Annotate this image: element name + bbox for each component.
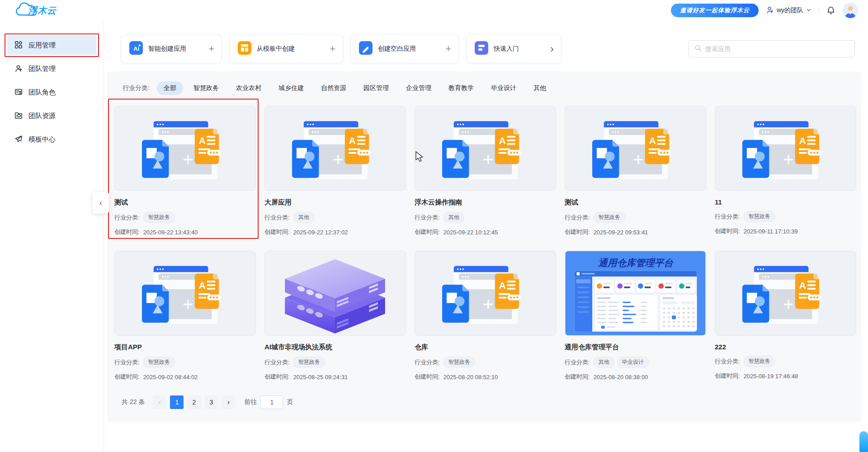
page-button-1[interactable]: 1 (170, 395, 184, 409)
sidebar-item-label: 模板中心 (28, 135, 56, 144)
svg-text:A: A (349, 135, 356, 146)
action-create-from-template[interactable]: 从模板中创建 + (229, 34, 343, 63)
created-label: 创建时间: (565, 373, 590, 381)
filter-option[interactable]: 全部 (157, 81, 183, 95)
filter-option[interactable]: 毕业设计 (484, 81, 523, 95)
sidebar-item-team-management[interactable]: 团队管理 (7, 59, 96, 78)
app-card-category-row: 行业分类: 智慧政务 (565, 212, 706, 223)
invite-friends-button[interactable]: 邀请好友一起体验浮木云 (671, 4, 759, 17)
category-tags: 智慧政务 (744, 356, 775, 367)
created-value: 2025-09-22 10:12:45 (443, 229, 498, 236)
sidebar-item-label: 团队资源 (28, 112, 56, 120)
category-label: 行业分类: (415, 358, 440, 366)
category-label: 行业分类: (415, 214, 440, 222)
app-thumbnail: A (264, 106, 406, 191)
filter-option[interactable]: 智慧政务 (187, 81, 226, 95)
ai-icon: Ai (129, 41, 143, 57)
action-label: 从模板中创建 (257, 45, 295, 53)
app-card[interactable]: A 测试 行业分类: 智慧政务 创建时间: 2025-09-22 09:53:4… (565, 106, 706, 236)
action-row: Ai 智能创建应用 + 从模板中创建 (121, 34, 855, 63)
doc-icon (475, 41, 488, 57)
sidebar-item-team-roles[interactable]: 团队角色 (7, 83, 96, 102)
svg-text:通用仓库管理平台: 通用仓库管理平台 (598, 257, 674, 268)
sidebar-item-app-management[interactable]: 应用管理 (7, 36, 96, 55)
logo[interactable]: 浮木云 (14, 0, 57, 20)
app-card-category-row: 行业分类: 智慧政务 (264, 357, 406, 368)
app-card-created-row: 创建时间: 2025-09-11 17:10:39 (715, 227, 856, 235)
app-thumbnail: A (415, 251, 556, 336)
app-card-created-row: 创建时间: 2025-09-22 12:37:02 (264, 228, 406, 236)
warehouse-dashboard-thumbnail: 通用仓库管理平台 (565, 251, 706, 335)
sidebar-collapse-handle[interactable]: ‹ (93, 192, 109, 214)
app-card[interactable]: A 222 行业分类: 智慧政务 创建时间: 2025-08-19 17:46:… (715, 251, 856, 381)
created-value: 2025-08-20 08:38:00 (594, 374, 648, 381)
app-card-category-row: 行业分类: 其他 (415, 212, 556, 223)
action-create-blank-app[interactable]: 创建空白应用 + (350, 34, 459, 63)
page-button-2[interactable]: 2 (187, 395, 201, 409)
team-person-icon (14, 64, 23, 74)
sidebar-item-team-resources[interactable]: 团队资源 (7, 106, 96, 125)
action-ai-create-app[interactable]: Ai 智能创建应用 + (121, 34, 222, 63)
goto-page-input[interactable] (260, 395, 283, 409)
app-card[interactable]: A 11 行业分类: 智慧政务 创建时间: 2025-09-11 17:10:3… (715, 106, 856, 236)
filter-label: 行业分类: (123, 84, 150, 92)
category-tags: 其他 (293, 212, 314, 223)
top-bar: 浮木云 邀请好友一起体验浮木云 wy的团队 (0, 0, 868, 21)
created-value: 2025-09-11 17:10:39 (744, 228, 798, 235)
app-card-category-row: 行业分类: 智慧政务 (415, 357, 556, 368)
app-card[interactable]: A 项目APP 行业分类: 智慧政务 创建时间: 2025-09-02 08:4… (114, 251, 256, 381)
page-number-list: 123 (170, 395, 218, 409)
category-tags: 智慧政务 (744, 211, 775, 222)
app-thumbnail: A (715, 251, 856, 336)
team-switcher[interactable]: wy的团队 (766, 6, 811, 15)
created-label: 创建时间: (264, 228, 290, 236)
app-thumbnail: A (715, 106, 856, 191)
divider (819, 7, 819, 14)
category-tag: 智慧政务 (594, 212, 625, 223)
app-thumbnail: A (114, 251, 256, 336)
plus-icon: + (208, 44, 214, 54)
default-app-thumbnail: A (265, 106, 406, 190)
prev-page-button[interactable]: ‹ (153, 395, 166, 409)
category-tags: 其他 (443, 212, 464, 223)
category-tags: 智慧政务 (443, 357, 475, 368)
app-card[interactable]: A 浮木云操作指南 行业分类: 其他 创建时间: 2025-09-22 10:1… (415, 106, 556, 236)
search-input[interactable] (705, 45, 849, 52)
filter-option[interactable]: 企业管理 (399, 81, 438, 95)
template-icon (238, 41, 251, 57)
page-unit-label: 页 (287, 398, 293, 406)
filter-option[interactable]: 农业农村 (229, 81, 268, 95)
filter-option[interactable]: 其他 (527, 81, 553, 95)
filter-option[interactable]: 自然资源 (314, 81, 353, 95)
svg-text:Ai: Ai (133, 45, 139, 52)
page-button-3[interactable]: 3 (204, 395, 218, 409)
category-tag: 智慧政务 (143, 357, 175, 368)
plus-icon: + (445, 44, 451, 54)
app-card-title: 大屏应用 (264, 198, 406, 207)
sidebar-item-template-center[interactable]: 模板中心 (7, 130, 96, 149)
app-card[interactable]: A 测试 行业分类: 智慧政务 创建时间: 2025-09-22 13:43:4… (114, 106, 256, 236)
app-card[interactable]: 通用仓库管理平台 (565, 251, 706, 381)
app-card-category-row: 行业分类: 智慧政务 (715, 356, 856, 367)
svg-text:A: A (199, 135, 206, 146)
total-count: 共 22 条 (122, 398, 145, 406)
app-card[interactable]: A 仓库 行业分类: 智慧政务 创建时间: 2025-08-20 08:52:1… (415, 251, 556, 381)
next-page-button[interactable]: › (222, 395, 235, 409)
filter-option[interactable]: 城乡住建 (272, 81, 311, 95)
notification-bell-icon[interactable] (826, 6, 835, 15)
app-card[interactable]: A 大屏应用 行业分类: 其他 创建时间: 2025-09-22 12:37:0… (264, 106, 406, 236)
created-label: 创建时间: (715, 227, 740, 235)
app-card-created-row: 创建时间: 2025-08-19 17:46:48 (715, 372, 856, 380)
filter-option[interactable]: 园区管理 (357, 81, 396, 95)
created-label: 创建时间: (114, 228, 140, 236)
app-card[interactable]: AI城市非现场执法系统 行业分类: 智慧政务 创建时间: 2025-08-25 … (264, 251, 406, 381)
scrollbar-thumb[interactable] (859, 431, 868, 452)
app-card-created-row: 创建时间: 2025-08-25 09:24:31 (264, 373, 406, 381)
category-tags: 其他毕业设计 (594, 357, 649, 368)
filter-option[interactable]: 教育教学 (442, 81, 481, 95)
action-quick-start[interactable]: 快速入门 › (466, 34, 561, 63)
user-avatar[interactable] (843, 3, 858, 18)
category-tag: 毕业设计 (617, 357, 649, 368)
category-tag: 智慧政务 (744, 356, 775, 367)
category-tags: 智慧政务 (594, 212, 625, 223)
